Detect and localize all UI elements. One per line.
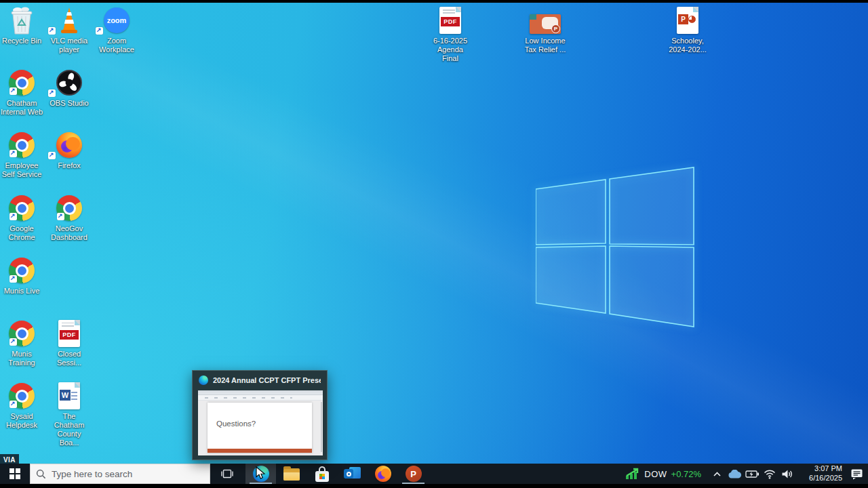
desktop-icon-recycle-bin[interactable]: Recycle Bin bbox=[0, 5, 43, 45]
icon-label: Employee Self Service bbox=[0, 161, 43, 179]
outlook-icon bbox=[344, 466, 361, 482]
taskbar-app-firefox[interactable] bbox=[368, 464, 398, 484]
chevron-up-icon bbox=[713, 471, 722, 477]
obs-icon bbox=[47, 68, 91, 98]
search-input[interactable] bbox=[52, 469, 187, 479]
desktop-icon-neogov-dashboard[interactable]: NeoGov Dashboard bbox=[47, 193, 91, 242]
desktop-icon-vlc-media-player[interactable]: VLC media player bbox=[47, 5, 91, 54]
desktop-icon-chatham-internal-web[interactable]: Chatham Internal Web bbox=[0, 68, 43, 117]
word-file-icon: W bbox=[47, 381, 91, 411]
icon-label: Google Chrome bbox=[0, 224, 43, 242]
taskbar: P DOW +0.72% bbox=[0, 464, 868, 484]
task-view-icon bbox=[221, 468, 233, 479]
desktop-icon-sysaid-helpdesk[interactable]: Sysaid Helpdesk bbox=[0, 381, 43, 430]
stock-change: +0.72% bbox=[671, 469, 701, 479]
edge-icon bbox=[253, 466, 269, 482]
desktop-icon-low-income-tax-relief-ppt[interactable]: P Low Income Tax Relief ... bbox=[524, 5, 567, 54]
preview-window-title: 2024 Annual CCPT CFPT Presen... bbox=[213, 376, 321, 384]
firefox-icon bbox=[47, 130, 91, 160]
taskbar-app-edge[interactable] bbox=[245, 464, 276, 484]
preview-title-row: 2024 Annual CCPT CFPT Presen... bbox=[193, 371, 327, 390]
chrome-icon bbox=[0, 319, 43, 348]
task-view-button[interactable] bbox=[214, 464, 240, 484]
desktop-icon-munis-live[interactable]: Munis Live bbox=[0, 256, 43, 296]
word-badge: W bbox=[60, 390, 71, 401]
taskbar-preview-popup[interactable]: 2024 Annual CCPT CFPT Presen... Question… bbox=[192, 370, 328, 460]
battery-tray-button[interactable] bbox=[743, 464, 761, 484]
desktop-icon-zoom-workplace[interactable]: zoom Zoom Workplace bbox=[95, 5, 138, 54]
volume-tray-button[interactable] bbox=[778, 464, 796, 484]
pdf-file-icon: PDF bbox=[429, 5, 472, 35]
pdf-badge: PDF bbox=[60, 330, 79, 340]
news-and-interests-widget[interactable]: DOW +0.72% bbox=[618, 464, 708, 484]
icon-label: Schooley, 2024-202... bbox=[666, 37, 709, 54]
desktop-icon-firefox[interactable]: Firefox bbox=[47, 130, 91, 170]
edge-icon bbox=[199, 375, 208, 385]
screen: Recycle Bin Chatham Internal Web Employe… bbox=[0, 0, 868, 488]
action-center-button[interactable] bbox=[845, 464, 868, 484]
pdf-badge: PDF bbox=[441, 17, 460, 26]
shortcut-arrow-icon bbox=[9, 275, 17, 283]
browser-toolbar bbox=[198, 395, 323, 401]
chrome-icon bbox=[0, 193, 43, 223]
shortcut-arrow-icon bbox=[57, 213, 64, 220]
shortcut-arrow-icon bbox=[96, 27, 103, 35]
firefox-icon bbox=[375, 466, 391, 482]
chrome-icon bbox=[0, 68, 43, 98]
cloud-icon bbox=[728, 470, 741, 479]
search-icon bbox=[36, 469, 46, 479]
taskbar-search[interactable] bbox=[30, 464, 210, 484]
desktop-icon-obs-studio[interactable]: OBS Studio bbox=[47, 68, 91, 108]
icon-label: Munis Live bbox=[0, 287, 43, 296]
taskbar-apps: P bbox=[245, 464, 429, 484]
browser-tab-strip bbox=[198, 390, 323, 395]
powerpoint-badge: P bbox=[551, 24, 560, 33]
desktop[interactable]: Recycle Bin Chatham Internal Web Employe… bbox=[0, 3, 868, 464]
shortcut-arrow-icon bbox=[9, 401, 17, 408]
desktop-icon-chatham-county-word-doc[interactable]: W The Chatham County Boa... bbox=[47, 381, 91, 447]
hidden-icons-button[interactable] bbox=[708, 464, 726, 484]
windows-start-icon bbox=[9, 468, 20, 479]
taskbar-app-microsoft-store[interactable] bbox=[307, 464, 337, 484]
chrome-icon bbox=[0, 256, 43, 285]
pdf-file-icon: PDF bbox=[47, 319, 91, 348]
taskbar-app-powerpoint[interactable]: P bbox=[398, 464, 429, 484]
slide-preview: Questions? bbox=[208, 403, 312, 453]
shortcut-arrow-icon bbox=[48, 152, 56, 159]
windows-logo-wallpaper bbox=[536, 163, 697, 329]
shortcut-arrow-icon bbox=[9, 338, 17, 346]
powerpoint-slide-icon: P bbox=[524, 5, 567, 35]
desktop-icon-google-chrome[interactable]: Google Chrome bbox=[0, 193, 43, 242]
scrollbar bbox=[321, 402, 322, 452]
microsoft-store-icon bbox=[315, 466, 329, 482]
icon-label: VLC media player bbox=[47, 37, 91, 54]
taskbar-app-outlook[interactable] bbox=[337, 464, 368, 484]
powerpoint-icon: P bbox=[406, 466, 422, 482]
icon-label: Munis Training bbox=[0, 350, 43, 367]
notification-icon bbox=[850, 468, 863, 480]
preview-thumbnail[interactable]: Questions? bbox=[198, 390, 323, 455]
icon-label: NeoGov Dashboard bbox=[47, 224, 91, 242]
taskbar-app-file-explorer[interactable] bbox=[276, 464, 307, 484]
recycle-bin-icon bbox=[0, 5, 43, 35]
battery-charging-icon bbox=[745, 469, 760, 479]
onedrive-tray-button[interactable] bbox=[726, 464, 743, 484]
desktop-icon-agenda-final-pdf[interactable]: PDF 6-16-2025 Agenda Final bbox=[429, 5, 472, 63]
desktop-icon-employee-self-service[interactable]: Employee Self Service bbox=[0, 130, 43, 179]
icon-label: Recycle Bin bbox=[0, 37, 43, 45]
chrome-icon bbox=[0, 381, 43, 411]
chrome-icon bbox=[47, 193, 91, 223]
chrome-icon bbox=[0, 130, 43, 160]
desktop-icon-schooley-ppt[interactable]: P Schooley, 2024-202... bbox=[666, 5, 709, 54]
icon-label: OBS Studio bbox=[47, 99, 91, 108]
taskbar-clock[interactable]: 3:07 PM 6/16/2025 bbox=[800, 464, 842, 483]
via-watermark: VIA bbox=[0, 454, 19, 465]
shortcut-arrow-icon bbox=[9, 87, 17, 95]
desktop-icon-closed-session-pdf[interactable]: PDF Closed Sessi... bbox=[47, 319, 91, 367]
preview-content: Questions? bbox=[198, 401, 323, 455]
start-button[interactable] bbox=[0, 464, 30, 484]
network-tray-button[interactable] bbox=[761, 464, 778, 484]
desktop-icon-munis-training[interactable]: Munis Training bbox=[0, 319, 43, 367]
slide-accent-bar bbox=[208, 449, 312, 453]
icon-label: Zoom Workplace bbox=[95, 37, 138, 54]
